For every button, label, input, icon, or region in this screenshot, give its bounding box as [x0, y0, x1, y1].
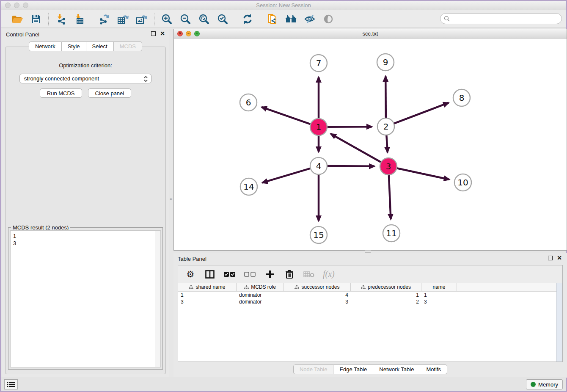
- graph-node-2[interactable]: 2: [377, 118, 394, 135]
- graph-node-1[interactable]: 1: [310, 119, 327, 135]
- show-all-icon[interactable]: [285, 13, 297, 25]
- column-header-name[interactable]: name: [421, 283, 457, 291]
- table-scrollbar[interactable]: [556, 283, 562, 362]
- result-scrollbar[interactable]: [155, 231, 160, 367]
- edge-4-14[interactable]: [262, 168, 311, 183]
- table-cell[interactable]: 1: [351, 292, 421, 298]
- split-columns-icon[interactable]: [204, 268, 215, 280]
- tab-network[interactable]: Network: [29, 41, 62, 51]
- minimize-window-button[interactable]: [14, 3, 19, 8]
- toolbar-search[interactable]: [440, 13, 562, 24]
- edge-3-10[interactable]: [397, 168, 449, 179]
- export-table-icon[interactable]: [117, 13, 129, 25]
- import-table-icon[interactable]: [73, 13, 86, 25]
- clone-network-icon[interactable]: [266, 13, 279, 25]
- network-window-titlebar[interactable]: ✕ − + scc.txt: [174, 29, 567, 39]
- table-cell[interactable]: 1: [178, 292, 237, 298]
- list-icon: [7, 381, 15, 387]
- close-panel-button[interactable]: Close panel: [88, 88, 132, 98]
- export-network-icon[interactable]: [98, 13, 111, 25]
- table-cell[interactable]: 3: [284, 298, 351, 305]
- table-cell[interactable]: 3: [421, 298, 457, 305]
- graph-node-15[interactable]: 15: [310, 226, 327, 243]
- table-row[interactable]: 1dominator411: [178, 292, 556, 298]
- zoom-selected-icon[interactable]: [216, 13, 229, 25]
- hide-selected-icon[interactable]: [303, 13, 316, 25]
- graph-node-6[interactable]: 6: [240, 94, 257, 111]
- add-column-icon[interactable]: [264, 268, 275, 280]
- task-history-button[interactable]: [4, 379, 18, 389]
- graph-node-4[interactable]: 4: [310, 157, 327, 174]
- settings-gear-icon[interactable]: ⚙: [185, 268, 196, 280]
- edge-3-11[interactable]: [389, 175, 391, 219]
- tab-edge-table[interactable]: Edge Table: [333, 364, 373, 374]
- graph-node-11[interactable]: 11: [383, 225, 400, 242]
- float-table-panel-icon[interactable]: [548, 256, 553, 260]
- splitter-grip-vertical[interactable]: ≡: [170, 198, 173, 204]
- zoom-in-icon[interactable]: [160, 13, 173, 25]
- network-minimize-icon[interactable]: −: [186, 31, 191, 36]
- graph-node-9[interactable]: 9: [377, 54, 394, 71]
- graph-node-14[interactable]: 14: [240, 178, 257, 195]
- node-label: 4: [316, 161, 322, 171]
- save-session-icon[interactable]: [30, 13, 42, 25]
- table-cell[interactable]: dominator: [237, 292, 284, 298]
- column-header-shared-name[interactable]: shared name: [178, 283, 237, 291]
- node-label: 14: [243, 182, 254, 192]
- search-input[interactable]: [450, 14, 561, 23]
- graph-node-10[interactable]: 10: [454, 174, 471, 191]
- edge-1-6[interactable]: [261, 107, 311, 124]
- close-panel-icon[interactable]: ✕: [160, 31, 165, 36]
- delete-table-icon[interactable]: [303, 268, 314, 280]
- edge-4-3[interactable]: [327, 166, 374, 166]
- graph-node-3[interactable]: 3: [380, 158, 397, 175]
- tab-motifs[interactable]: Motifs: [420, 364, 447, 374]
- window-traffic-lights[interactable]: [5, 3, 28, 8]
- tab-style[interactable]: Style: [62, 41, 86, 51]
- table-cell[interactable]: 4: [284, 292, 351, 298]
- graph-node-7[interactable]: 7: [310, 55, 327, 72]
- tab-select[interactable]: Select: [86, 41, 114, 51]
- table-row[interactable]: 3dominator323: [178, 298, 556, 305]
- edge-2-3[interactable]: [386, 135, 388, 152]
- node-table-frame: ⚙ f(x): [178, 265, 563, 362]
- table-cell[interactable]: 1: [421, 292, 457, 298]
- import-network-icon[interactable]: [55, 13, 67, 25]
- zoom-out-icon[interactable]: [179, 13, 192, 25]
- splitter-grip-horizontal[interactable]: [365, 250, 371, 253]
- edge-2-8[interactable]: [394, 103, 449, 124]
- column-header-predecessor-nodes[interactable]: predecessor nodes: [351, 283, 421, 291]
- export-image-icon[interactable]: [135, 13, 148, 25]
- edge-3-1[interactable]: [331, 134, 381, 162]
- mcds-result-list[interactable]: 13: [10, 230, 161, 367]
- show-grayed-icon[interactable]: [322, 13, 335, 25]
- table-cell[interactable]: dominator: [237, 298, 284, 305]
- tab-mcds[interactable]: MCDS: [114, 41, 142, 51]
- refresh-layout-icon[interactable]: [241, 13, 254, 25]
- column-header-successor-nodes[interactable]: successor nodes: [284, 283, 351, 291]
- table-cell[interactable]: 2: [351, 298, 421, 305]
- graph-node-8[interactable]: 8: [453, 89, 470, 106]
- open-session-icon[interactable]: [11, 13, 24, 25]
- zoom-window-button[interactable]: [23, 3, 28, 8]
- edge-1-2[interactable]: [327, 127, 372, 127]
- zoom-fit-icon[interactable]: [198, 13, 210, 25]
- delete-columns-icon[interactable]: [284, 268, 295, 280]
- tab-network-table[interactable]: Network Table: [373, 364, 420, 374]
- float-panel-icon[interactable]: [151, 31, 156, 36]
- memory-button[interactable]: Memory: [526, 379, 563, 389]
- optimization-criterion-select[interactable]: strongly connected component: [19, 74, 151, 83]
- table-cell[interactable]: 3: [178, 298, 237, 305]
- network-maximize-icon[interactable]: +: [194, 31, 200, 36]
- edge-2-9[interactable]: [385, 76, 386, 118]
- network-close-icon[interactable]: ✕: [177, 31, 183, 36]
- network-canvas[interactable]: 1234678910111415: [174, 39, 567, 250]
- run-mcds-button[interactable]: Run MCDS: [40, 88, 82, 98]
- close-table-panel-icon[interactable]: ✕: [557, 256, 562, 260]
- tab-node-table[interactable]: Node Table: [293, 364, 334, 374]
- column-header-MCDS-role[interactable]: MCDS role: [237, 283, 284, 291]
- function-builder-icon[interactable]: f(x): [323, 268, 335, 280]
- select-all-rows-icon[interactable]: [224, 268, 236, 280]
- close-window-button[interactable]: [5, 3, 11, 8]
- unselect-all-rows-icon[interactable]: [244, 268, 256, 280]
